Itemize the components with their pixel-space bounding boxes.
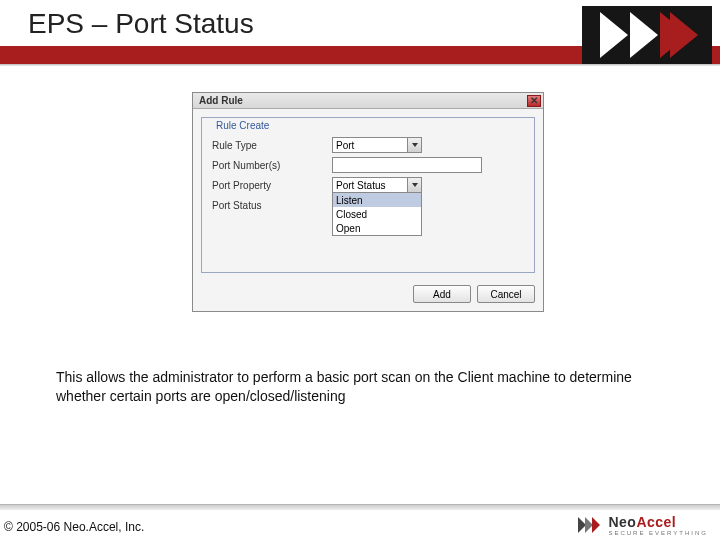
row-rule-type: Rule Type Port (212, 136, 524, 154)
dialog-title: Add Rule (199, 95, 243, 106)
copyright-text: © 2005-06 Neo.Accel, Inc. (4, 520, 144, 534)
label-rule-type: Rule Type (212, 140, 332, 151)
logo-tagline: SECURE EVERYTHING (608, 530, 708, 536)
rule-type-select[interactable]: Port (332, 137, 422, 153)
row-port-numbers: Port Number(s) (212, 156, 524, 174)
port-status-dropdown[interactable]: Listen Closed Open (332, 192, 422, 236)
logo-mark-icon (576, 514, 602, 536)
logo-brand-neo: Neo (608, 514, 636, 530)
add-button[interactable]: Add (413, 285, 471, 303)
cancel-button[interactable]: Cancel (477, 285, 535, 303)
port-numbers-input[interactable] (332, 157, 482, 173)
option-closed[interactable]: Closed (333, 207, 421, 221)
neoaccel-logo: NeoAccel SECURE EVERYTHING (576, 514, 708, 536)
header-divider (0, 64, 720, 66)
chevron-down-icon[interactable] (407, 138, 421, 152)
label-port-property: Port Property (212, 180, 332, 191)
port-property-value: Port Status (336, 180, 385, 191)
fieldset-legend: Rule Create (212, 120, 273, 131)
option-open[interactable]: Open (333, 221, 421, 235)
svg-marker-6 (585, 517, 593, 533)
port-property-select[interactable]: Port Status (332, 177, 422, 193)
slide-caption: This allows the administrator to perform… (56, 368, 680, 406)
add-rule-dialog: Add Rule ✕ Rule Create Rule Type Port Po… (192, 92, 544, 312)
close-button[interactable]: ✕ (527, 95, 541, 107)
label-port-numbers: Port Number(s) (212, 160, 332, 171)
logo-brand-accel: Accel (636, 514, 676, 530)
option-listen[interactable]: Listen (333, 193, 421, 207)
header-arrows-icon (582, 6, 712, 64)
dialog-body: Rule Create Rule Type Port Port Number(s… (193, 109, 543, 279)
close-icon: ✕ (530, 96, 538, 106)
rule-create-fieldset: Rule Create Rule Type Port Port Number(s… (201, 117, 535, 273)
svg-marker-5 (578, 517, 586, 533)
dialog-titlebar: Add Rule ✕ (193, 93, 543, 109)
slide-header: EPS – Port Status (0, 0, 720, 64)
dialog-button-row: Add Cancel (193, 279, 543, 311)
footer-divider (0, 504, 720, 510)
svg-marker-7 (592, 517, 600, 533)
rule-type-value: Port (336, 140, 354, 151)
label-port-status: Port Status (212, 200, 332, 211)
logo-text: NeoAccel SECURE EVERYTHING (608, 515, 708, 536)
slide-title: EPS – Port Status (28, 8, 254, 40)
chevron-down-icon[interactable] (407, 178, 421, 192)
